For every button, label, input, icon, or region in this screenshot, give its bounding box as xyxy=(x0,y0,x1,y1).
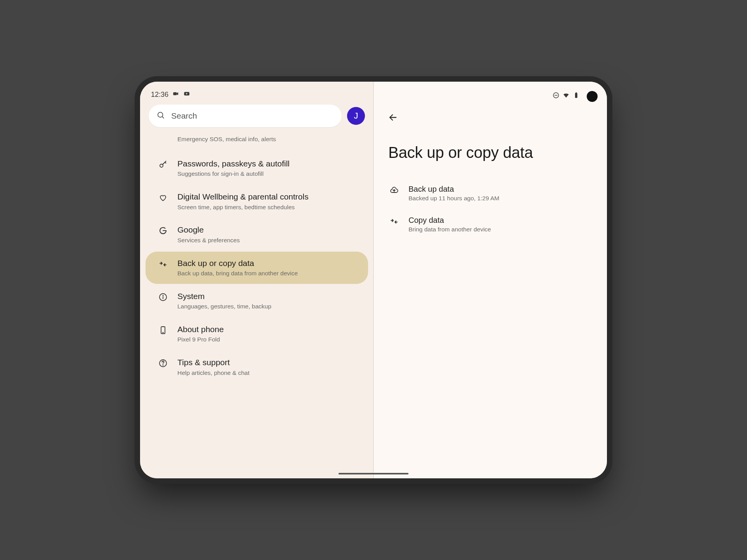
settings-list[interactable]: Safety & emergencyEmergency SOS, medical… xyxy=(140,131,374,472)
svg-rect-3 xyxy=(576,93,577,93)
search-placeholder: Search xyxy=(171,111,197,121)
status-bar-right xyxy=(552,92,580,101)
detail-item-title: Copy data xyxy=(409,216,491,225)
settings-item-subtitle: Emergency SOS, medical info, alerts xyxy=(177,135,358,144)
settings-item-subtitle: Back up data, bring data from another de… xyxy=(177,270,358,278)
settings-item-title: Google xyxy=(177,224,358,235)
settings-item-subtitle: Screen time, app timers, bedtime schedul… xyxy=(177,203,358,212)
settings-item[interactable]: Safety & emergencyEmergency SOS, medical… xyxy=(146,134,368,151)
settings-item[interactable]: Passwords, passkeys & autofillSuggestion… xyxy=(146,152,368,184)
camera-hole xyxy=(587,91,598,102)
detail-item-subtitle: Bring data from another device xyxy=(409,226,491,233)
cloud-icon xyxy=(388,185,400,195)
detail-item[interactable]: Back up dataBacked up 11 hours ago, 1:29… xyxy=(384,178,596,209)
info-icon xyxy=(157,291,169,302)
detail-title: Back up or copy data xyxy=(388,144,596,161)
settings-item[interactable]: Digital Wellbeing & parental controlsScr… xyxy=(146,185,368,217)
settings-item[interactable]: Tips & supportHelp articles, phone & cha… xyxy=(146,351,368,383)
settings-item[interactable]: SystemLanguages, gestures, time, backup xyxy=(146,285,368,317)
detail-item[interactable]: Copy dataBring data from another device xyxy=(384,209,596,240)
settings-item-subtitle: Pixel 9 Pro Fold xyxy=(177,336,358,344)
google-icon xyxy=(157,224,169,235)
search-input[interactable]: Search xyxy=(149,105,342,127)
settings-item-subtitle: Services & preferences xyxy=(177,236,358,245)
help-icon xyxy=(157,357,169,368)
detail-item-subtitle: Backed up 11 hours ago, 1:29 AM xyxy=(409,195,500,202)
key-icon xyxy=(157,158,169,169)
detail-item-title: Back up data xyxy=(409,185,500,194)
svg-point-9 xyxy=(160,164,163,167)
sync-icon xyxy=(157,258,169,269)
settings-detail-pane: Back up or copy data Back up dataBacked … xyxy=(374,82,607,478)
settings-item[interactable]: GoogleServices & preferences xyxy=(146,218,368,250)
wellbeing-icon xyxy=(157,191,169,202)
settings-item[interactable]: Back up or copy dataBack up data, bring … xyxy=(146,252,368,284)
device-frame: 12:36 Search J Safety & emergencyEmergen… xyxy=(140,82,607,478)
svg-rect-4 xyxy=(173,92,177,95)
navigation-handle[interactable] xyxy=(338,473,409,474)
svg-point-6 xyxy=(158,112,163,117)
youtube-icon xyxy=(183,90,190,99)
back-button[interactable] xyxy=(384,109,402,126)
status-bar-left: 12:36 xyxy=(140,90,374,99)
svg-point-16 xyxy=(163,365,163,365)
settings-item-title: System xyxy=(177,291,358,301)
phone-icon xyxy=(157,324,169,335)
svg-point-12 xyxy=(163,295,163,296)
settings-item-title: About phone xyxy=(177,324,358,334)
svg-rect-2 xyxy=(575,93,577,98)
settings-item[interactable]: About phonePixel 9 Pro Fold xyxy=(146,318,368,350)
settings-item-subtitle: Suggestions for sign-in & autofill xyxy=(177,170,358,178)
profile-avatar[interactable]: J xyxy=(347,107,365,125)
avatar-initial: J xyxy=(354,111,358,121)
svg-line-7 xyxy=(162,116,164,118)
settings-master-pane: 12:36 Search J Safety & emergencyEmergen… xyxy=(140,82,374,478)
settings-item-subtitle: Languages, gestures, time, backup xyxy=(177,303,358,311)
status-time: 12:36 xyxy=(151,91,168,99)
settings-item-subtitle: Help articles, phone & chat xyxy=(177,369,358,377)
settings-item-title: Back up or copy data xyxy=(177,258,358,268)
videocam-icon xyxy=(172,90,179,99)
sync-icon xyxy=(388,216,400,226)
settings-item-title: Digital Wellbeing & parental controls xyxy=(177,191,358,202)
fold-hinge xyxy=(373,82,374,478)
dnd-icon xyxy=(552,92,559,101)
battery-icon xyxy=(573,92,580,101)
wifi-icon xyxy=(563,92,570,101)
settings-item-title: Tips & support xyxy=(177,357,358,368)
settings-item-title: Passwords, passkeys & autofill xyxy=(177,158,358,169)
search-icon xyxy=(156,111,165,121)
